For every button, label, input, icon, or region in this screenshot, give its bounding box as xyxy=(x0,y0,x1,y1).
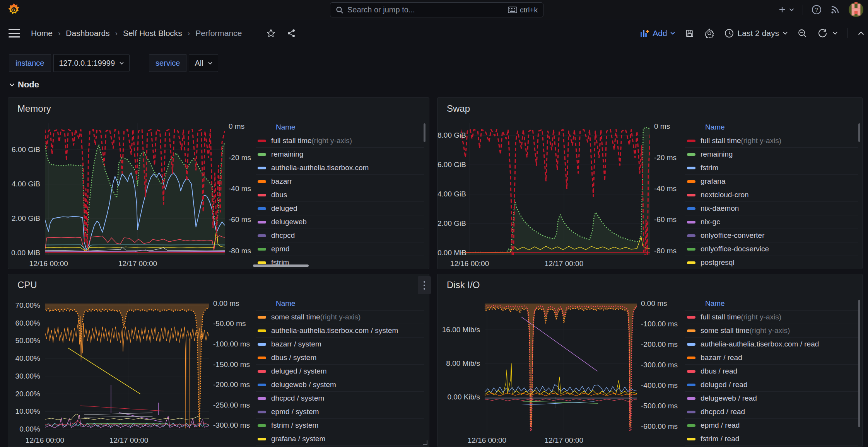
panel-title[interactable]: Memory xyxy=(17,103,51,114)
legend-row[interactable]: grafana xyxy=(685,175,858,188)
legend-row[interactable]: grafana / system xyxy=(256,432,424,446)
cpu-chart[interactable] xyxy=(45,301,209,432)
zoom-out-button[interactable] xyxy=(798,29,807,38)
grafana-logo[interactable] xyxy=(7,3,21,17)
legend-row[interactable]: nextcloud-cron xyxy=(685,188,858,202)
legend-scrollbar-horizontal[interactable] xyxy=(253,264,309,267)
legend-row[interactable]: fstrim / read xyxy=(685,432,858,446)
legend-header-name[interactable]: Name xyxy=(256,123,424,134)
legend-row[interactable]: delugeweb / system xyxy=(256,378,424,392)
legend-row[interactable]: full stall time (right y-axis) xyxy=(256,134,424,148)
news-button[interactable] xyxy=(830,5,840,15)
x-axis-label: 12/16 00:00 xyxy=(18,436,72,445)
disk-io-legend: Namefull stall time (right y-axis)some s… xyxy=(685,299,858,447)
panel-title[interactable]: Disk I/O xyxy=(447,280,480,290)
legend-scrollbar-vertical[interactable] xyxy=(858,300,860,427)
legend-row[interactable]: dhcpcd / system xyxy=(256,392,424,405)
legend-row[interactable]: nix-gc xyxy=(685,215,858,229)
menu-toggle-button[interactable] xyxy=(9,28,20,38)
memory-chart[interactable] xyxy=(45,123,225,255)
legend-row[interactable]: epmd / system xyxy=(256,405,424,419)
breadcrumb-folder[interactable]: Self Host Blocks xyxy=(123,29,182,38)
favorite-button[interactable] xyxy=(266,29,276,38)
panel-title[interactable]: Swap xyxy=(447,103,470,114)
panel-menu-button[interactable] xyxy=(418,276,431,294)
legend-series-label: fstrim xyxy=(701,164,718,172)
legend-series-suffix: (right y-axis) xyxy=(741,313,782,321)
top-nav-bar: Search or jump to... ctrl+k ? xyxy=(0,0,868,19)
legend-row[interactable]: dbus xyxy=(256,188,424,202)
legend-row[interactable]: epmd xyxy=(256,242,424,256)
legend-row[interactable]: full stall time (right y-axis) xyxy=(685,134,858,148)
legend-row[interactable]: bazarr / read xyxy=(685,351,858,365)
legend-series-suffix: (right y-axis) xyxy=(741,136,782,145)
legend-row[interactable]: authelia-authelia.tiserbox.com / system xyxy=(256,324,424,338)
dashboard-settings-button[interactable] xyxy=(704,28,714,38)
legend-row[interactable]: deluged / read xyxy=(685,378,858,392)
legend-header-name[interactable]: Name xyxy=(685,299,858,311)
search-input[interactable]: Search or jump to... ctrl+k xyxy=(330,2,543,17)
legend-row[interactable]: deluged xyxy=(256,202,424,215)
variable-instance-select[interactable]: 127.0.0.1:19999 xyxy=(53,54,130,72)
breadcrumb-dashboards[interactable]: Dashboards xyxy=(66,29,109,38)
keyboard-icon xyxy=(508,7,517,13)
legend-row[interactable]: fstrim xyxy=(685,161,858,175)
share-button[interactable] xyxy=(287,29,296,38)
variable-service-label: service xyxy=(149,54,186,72)
legend-row[interactable]: authelia-authelia.tiserbox.com xyxy=(256,161,424,175)
legend-row[interactable]: some stall time (right y-axis) xyxy=(685,324,858,338)
legend-row[interactable]: some stall time (right y-axis) xyxy=(256,311,424,324)
row-node-toggle[interactable]: Node xyxy=(9,80,39,90)
breadcrumb-home[interactable]: Home xyxy=(31,29,53,38)
swap-chart[interactable] xyxy=(461,123,650,255)
x-axis-label: 12/16 00:00 xyxy=(22,259,76,268)
add-button[interactable]: Add xyxy=(640,29,675,38)
legend-row[interactable]: remaining xyxy=(256,148,424,161)
legend-series-label: authelia-authelia.tiserbox.com / read xyxy=(701,340,819,348)
legend-row[interactable]: delugeweb xyxy=(256,215,424,229)
legend-row[interactable]: nix-daemon xyxy=(685,202,858,215)
collapse-toolbar-button[interactable] xyxy=(858,31,864,35)
legend-row[interactable]: deluged / system xyxy=(256,365,424,378)
time-range-picker[interactable]: Last 2 days xyxy=(724,29,788,38)
legend-row[interactable]: delugeweb / read xyxy=(685,392,858,405)
y-axis-right-label: -100.00 ms xyxy=(213,340,250,348)
save-dashboard-button[interactable] xyxy=(685,29,694,38)
legend-row[interactable]: full stall time (right y-axis) xyxy=(685,311,858,324)
legend-row[interactable]: postgresql xyxy=(685,256,858,269)
legend-scrollbar-vertical[interactable] xyxy=(424,123,425,142)
legend-row[interactable]: bazarr xyxy=(256,175,424,188)
legend-row[interactable]: onlyoffice-converter xyxy=(685,229,858,242)
legend-row[interactable]: fstrim xyxy=(256,256,424,269)
disk-io-chart[interactable] xyxy=(485,301,637,432)
panel-title[interactable]: CPU xyxy=(17,280,37,290)
legend-header-name[interactable]: Name xyxy=(256,299,424,311)
legend-series-marker xyxy=(258,384,266,386)
legend-row[interactable]: dbus / system xyxy=(256,351,424,365)
legend-row[interactable]: remaining xyxy=(685,148,858,161)
legend-series-label: full stall time xyxy=(701,136,741,145)
legend-row[interactable]: dbus / read xyxy=(685,365,858,378)
legend-row[interactable]: dhcpcd xyxy=(256,229,424,242)
legend-series-marker xyxy=(687,329,695,332)
legend-scrollbar-vertical[interactable] xyxy=(858,123,860,142)
y-axis-left-label: 6.00 GiB xyxy=(8,145,40,154)
legend-row[interactable]: authelia-authelia.tiserbox.com / read xyxy=(685,338,858,351)
legend-header-name[interactable]: Name xyxy=(685,123,858,134)
help-button[interactable]: ? xyxy=(812,5,822,15)
variable-service: service All xyxy=(149,54,218,72)
legend-series-marker xyxy=(258,343,266,346)
legend-row[interactable]: dhcpcd / read xyxy=(685,405,858,419)
cpu-legend: Namesome stall time (right y-axis)authel… xyxy=(256,299,424,447)
legend-row[interactable]: fstrim / system xyxy=(256,419,424,432)
new-button[interactable] xyxy=(778,6,794,14)
panel-resize-handle[interactable] xyxy=(423,440,427,445)
legend-row[interactable]: epmd / read xyxy=(685,419,858,432)
panel-swap: Swap Namefull stall time (right y-axis)r… xyxy=(437,97,863,269)
avatar[interactable] xyxy=(849,2,863,17)
refresh-button[interactable] xyxy=(817,28,837,38)
legend-row[interactable]: bazarr / system xyxy=(256,338,424,351)
variable-service-select[interactable]: All xyxy=(189,54,218,72)
legend-row[interactable]: onlyoffice-docservice xyxy=(685,242,858,256)
legend-series-label: delugeweb / read xyxy=(701,394,757,403)
